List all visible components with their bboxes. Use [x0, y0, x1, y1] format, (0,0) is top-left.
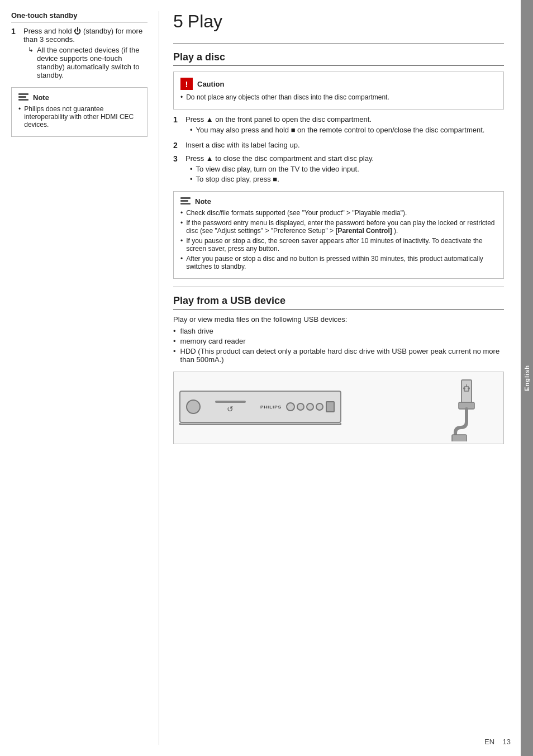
note-bar-2 [18, 96, 26, 98]
play-disc-note-bullet-2-text: If the password entry menu is displayed,… [186, 219, 497, 235]
play-disc-note-bullet-3: If you pause or stop a disc, the screen … [180, 237, 497, 253]
usb-plug-illustration [431, 374, 498, 441]
left-step-1-arrows: All the connected devices (if the device… [28, 46, 147, 79]
usb-list-item-2: memory card reader [173, 337, 504, 345]
device-usb-port [326, 401, 335, 412]
left-step-1-number: 1 [11, 27, 23, 36]
play-disc-note-bullet-4: After you pause or stop a disc and no bu… [180, 255, 497, 270]
play-disc-note-header: Note [180, 197, 497, 206]
play-disc-step-2: 2 Insert a disc with its label facing up… [173, 141, 504, 150]
section-divider [173, 287, 504, 287]
play-disc-note-bullet-2: If the password entry menu is displayed,… [180, 219, 497, 235]
device-middle-area: ↺ [205, 401, 256, 413]
usb-list: flash drive memory card reader HDD (This… [173, 327, 504, 364]
usb-list-item-2-text: memory card reader [180, 337, 246, 345]
play-disc-step-3-text: Press ▲ to close the disc compartment an… [185, 154, 374, 163]
svg-rect-2 [452, 435, 467, 441]
note-bar-3 [18, 99, 28, 101]
left-step-1: 1 Press and hold ⏻ (standby) for more th… [11, 27, 147, 82]
left-note-bullets: Philips does not guarantee interoperabil… [18, 105, 140, 129]
caution-bullet-1: Do not place any objects other than disc… [180, 93, 497, 101]
caution-label: Caution [197, 80, 224, 88]
device-slot-top [215, 401, 246, 403]
play-disc-heading: Play a disc [173, 51, 504, 66]
left-step-1-arrow-1-text: All the connected devices (if the device… [37, 46, 147, 79]
play-disc-step-3-sub-2: To stop disc play, press ■. [190, 175, 504, 183]
device-circle-r1 [297, 403, 304, 411]
left-note-header: Note [18, 93, 140, 102]
play-disc-note-bullets: Check disc/file formats supported (see "… [180, 209, 497, 270]
play-usb-intro: Play or view media files on the followin… [173, 315, 504, 324]
play-disc-step-1-content: Press ▲ on the front panel to open the d… [185, 115, 504, 136]
device-circle-r3 [316, 403, 323, 411]
chapter-title: Play [188, 11, 222, 32]
play-disc-step-3-content: Press ▲ to close the disc compartment an… [185, 154, 504, 186]
side-tab-label: English [524, 365, 530, 391]
note-bar-2b [180, 200, 188, 202]
usb-plug-svg [431, 374, 498, 441]
play-disc-note-bullet-1-text: Check disc/file formats supported (see "… [186, 209, 407, 217]
play-disc-step-1-number: 1 [173, 115, 185, 124]
footer-page-number: 13 [503, 738, 511, 746]
content-area: One-touch standby 1 Press and hold ⏻ (st… [0, 0, 521, 756]
chapter-divider [173, 43, 504, 44]
play-disc-step-3-sub-1-text: To view disc play, turn on the TV to the… [196, 165, 359, 173]
left-note-bullet-1: Philips does not guarantee interoperabil… [18, 105, 140, 129]
note-bar-1b [180, 197, 191, 199]
play-disc-note-bullet-3-text: If you pause or stop a disc, the screen … [186, 237, 497, 253]
play-disc-step-3-sub-1: To view disc play, turn on the TV to the… [190, 165, 504, 173]
right-column: 5 Play Play a disc ! Caution Do not plac… [159, 11, 504, 745]
note-bar-3b [180, 203, 191, 205]
note-icon [18, 93, 28, 102]
left-step-1-arrow-1: All the connected devices (if the device… [28, 46, 147, 79]
chapter-number: 5 [173, 11, 183, 32]
play-disc-note-label: Note [195, 197, 211, 206]
left-steps-list: 1 Press and hold ⏻ (standby) for more th… [11, 27, 147, 82]
device-eject-symbol: ↺ [227, 405, 234, 413]
parental-control-bold: [Parental Control] [335, 227, 392, 235]
left-note-box: Note Philips does not guarantee interope… [11, 87, 147, 137]
play-disc-step-3-number: 3 [173, 154, 185, 163]
usb-list-item-1-text: flash drive [180, 327, 213, 335]
note-bar-1 [18, 93, 28, 95]
play-usb-section: Play from a USB device Play or view medi… [173, 295, 504, 444]
play-disc-step-2-content: Insert a disc with its label facing up. [185, 141, 504, 149]
device-power-button [186, 400, 201, 414]
play-disc-step-3-sub-2-text: To stop disc play, press ■. [196, 175, 279, 183]
left-note-label: Note [33, 93, 49, 102]
play-disc-step-1: 1 Press ▲ on the front panel to open the… [173, 115, 504, 136]
play-disc-step-2-number: 2 [173, 141, 185, 150]
device-front-panel: ↺ PHILIPS [179, 391, 341, 423]
left-note-bullet-1-text: Philips does not guarantee interoperabil… [24, 105, 140, 129]
usb-list-item-3-text: HDD (This product can detect only a port… [180, 347, 504, 364]
play-disc-step-1-text: Press ▲ on the front panel to open the d… [185, 115, 372, 123]
play-disc-step-1-sub-1: You may also press and hold ■ on the rem… [190, 126, 504, 134]
play-disc-note-icon [180, 197, 191, 206]
play-disc-step-3: 3 Press ▲ to close the disc compartment … [173, 154, 504, 186]
left-section-title: One-touch standby [11, 11, 147, 22]
usb-list-item-1: flash drive [173, 327, 504, 335]
device-brand-label: PHILIPS [260, 405, 282, 410]
usb-list-item-3: HDD (This product can detect only a port… [173, 347, 504, 364]
play-disc-step-2-text: Insert a disc with its label facing up. [185, 141, 300, 149]
play-disc-step-1-sub-1-text: You may also press and hold ■ on the rem… [196, 126, 485, 134]
play-disc-step-3-subs: To view disc play, turn on the TV to the… [190, 165, 504, 183]
play-disc-note-bullet-4-text: After you pause or stop a disc and no bu… [186, 255, 497, 270]
svg-rect-0 [461, 380, 472, 405]
caution-icon: ! [180, 78, 193, 90]
left-step-1-text: Press and hold ⏻ (standby) for more than… [23, 27, 142, 44]
left-column: One-touch standby 1 Press and hold ⏻ (st… [11, 11, 159, 745]
device-button-circle [286, 402, 295, 411]
caution-box: ! Caution Do not place any objects other… [173, 72, 504, 110]
usb-device-illustration: ↺ PHILIPS [173, 372, 504, 444]
device-base [179, 423, 341, 425]
caution-bullets: Do not place any objects other than disc… [180, 93, 497, 101]
footer-language: EN [484, 738, 494, 746]
side-tab: English [521, 0, 533, 756]
page: English One-touch standby 1 Press and ho… [0, 0, 533, 756]
caution-bullet-1-text: Do not place any objects other than disc… [186, 93, 389, 101]
chapter-title-row: 5 Play [173, 11, 504, 35]
play-disc-section: Play a disc ! Caution Do not place any o… [173, 51, 504, 279]
left-step-1-content: Press and hold ⏻ (standby) for more than… [23, 27, 147, 82]
play-disc-note-bullet-1: Check disc/file formats supported (see "… [180, 209, 497, 217]
